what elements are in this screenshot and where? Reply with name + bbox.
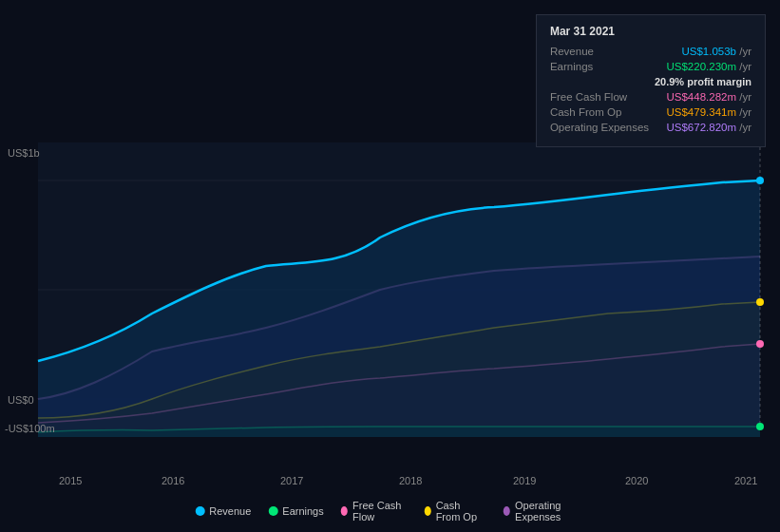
legend-dot-opex — [504, 506, 510, 516]
legend-item-fcf[interactable]: Free Cash Flow — [341, 500, 408, 522]
x-label-2020: 2020 — [625, 475, 648, 486]
y-label-1b: US$1b — [8, 147, 40, 159]
tooltip-row-opex: Operating Expenses US$672.820m /yr — [550, 122, 751, 133]
tooltip-value-margin: 20.9% profit margin — [655, 76, 751, 87]
legend-label-cashfromop: Cash From Op — [436, 500, 486, 522]
tooltip-row-earnings: Earnings US$220.230m /yr — [550, 61, 751, 72]
chart-container: US$1b US$0 -US$100m 2015 2016 2017 2018 … — [0, 0, 780, 532]
y-label-0: US$0 — [8, 394, 34, 406]
tooltip-value-fcf: US$448.282m /yr — [667, 91, 752, 103]
tooltip-value-revenue: US$1.053b /yr — [681, 46, 751, 57]
tooltip-card: Mar 31 2021 Revenue US$1.053b /yr Earnin… — [536, 14, 766, 147]
tooltip-value-opex: US$672.820m /yr — [667, 122, 752, 133]
x-label-2019: 2019 — [513, 475, 536, 486]
svg-point-10 — [756, 423, 764, 430]
y-label-neg100m: -US$100m — [5, 423, 55, 434]
tooltip-label-opex: Operating Expenses — [550, 122, 655, 133]
legend-item-revenue[interactable]: Revenue — [195, 505, 251, 517]
svg-point-7 — [756, 177, 764, 184]
legend-dot-cashfromop — [424, 506, 430, 516]
tooltip-row-margin: 20.9% profit margin — [550, 76, 751, 87]
tooltip-value-earnings: US$220.230m /yr — [667, 61, 752, 72]
legend-item-opex[interactable]: Operating Expenses — [504, 500, 585, 522]
legend-dot-earnings — [268, 506, 277, 516]
tooltip-label-cashfromop: Cash From Op — [550, 106, 655, 118]
x-label-2018: 2018 — [399, 475, 422, 486]
tooltip-label-earnings: Earnings — [550, 61, 655, 72]
legend-item-cashfromop[interactable]: Cash From Op — [424, 500, 485, 522]
legend-label-revenue: Revenue — [209, 505, 251, 517]
x-label-2015: 2015 — [59, 475, 82, 486]
x-label-2021: 2021 — [734, 475, 757, 486]
x-label-2016: 2016 — [162, 475, 184, 486]
x-label-2017: 2017 — [280, 475, 303, 486]
legend-label-fcf: Free Cash Flow — [352, 500, 407, 522]
legend-label-earnings: Earnings — [282, 505, 323, 517]
legend-dot-fcf — [341, 506, 348, 516]
legend-item-earnings[interactable]: Earnings — [268, 505, 323, 517]
tooltip-value-cashfromop: US$479.341m /yr — [667, 106, 752, 118]
legend: Revenue Earnings Free Cash Flow Cash Fro… — [195, 500, 585, 522]
legend-label-opex: Operating Expenses — [515, 500, 585, 522]
tooltip-row-revenue: Revenue US$1.053b /yr — [550, 46, 751, 57]
legend-dot-revenue — [195, 506, 204, 516]
tooltip-label-revenue: Revenue — [550, 46, 655, 57]
tooltip-row-fcf: Free Cash Flow US$448.282m /yr — [550, 91, 751, 103]
svg-point-9 — [756, 340, 764, 348]
tooltip-date: Mar 31 2021 — [550, 25, 751, 38]
tooltip-row-cashfromop: Cash From Op US$479.341m /yr — [550, 106, 751, 118]
tooltip-label-fcf: Free Cash Flow — [550, 91, 655, 103]
svg-point-8 — [756, 298, 764, 306]
